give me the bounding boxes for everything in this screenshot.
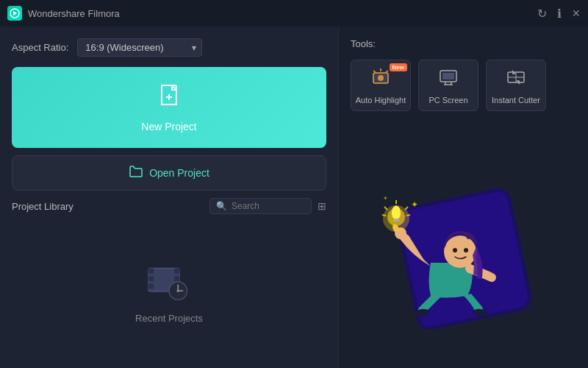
tools-label: Tools: [351, 38, 576, 49]
svg-rect-24 [442, 73, 454, 79]
svg-line-40 [384, 207, 387, 210]
search-icon: 🔍 [216, 201, 227, 211]
search-input[interactable] [232, 201, 305, 211]
svg-line-41 [382, 215, 386, 216]
app-logo [7, 6, 22, 21]
new-badge: New [390, 63, 407, 71]
auto-highlight-icon [370, 67, 391, 92]
svg-point-35 [453, 248, 457, 252]
app-title: Wondershare Filmora [28, 8, 120, 19]
pc-screen-label: PC Screen [429, 96, 467, 105]
title-bar: Wondershare Filmora ↻ ℹ ✕ [0, 0, 588, 26]
svg-text:✦: ✦ [411, 199, 418, 210]
aspect-ratio-row: Aspect Ratio: 16:9 (Widescreen) 4:3 (Sta… [12, 38, 326, 57]
project-library-content: Recent Projects [12, 220, 326, 359]
library-label: Project Library [12, 201, 74, 212]
svg-line-18 [373, 71, 376, 72]
library-header: Project Library 🔍 ⊞ [12, 198, 326, 214]
svg-point-14 [177, 289, 180, 292]
auto-highlight-button[interactable]: New Auto Highlight [351, 60, 411, 111]
svg-line-19 [386, 71, 388, 72]
film-icon-container [143, 255, 195, 307]
folder-icon [129, 165, 143, 182]
update-icon[interactable]: ↻ [537, 7, 547, 21]
svg-text:✦: ✦ [383, 195, 388, 202]
auto-highlight-label: Auto Highlight [356, 96, 406, 105]
tools-grid: New Auto Highlight [351, 60, 576, 111]
svg-rect-6 [148, 276, 154, 281]
search-box: 🔍 [209, 198, 312, 214]
illustration-area: ✦ ✦ [351, 121, 576, 359]
svg-point-34 [444, 236, 476, 268]
new-project-button[interactable]: New Project [12, 67, 326, 148]
svg-rect-9 [174, 276, 179, 281]
svg-point-36 [464, 248, 468, 252]
new-project-label: New Project [141, 121, 196, 132]
new-project-icon [156, 82, 182, 115]
svg-line-43 [406, 215, 410, 216]
grid-view-button[interactable]: ⊞ [318, 200, 326, 212]
aspect-ratio-wrapper: 16:9 (Widescreen) 4:3 (Standard) 1:1 (Sq… [77, 38, 202, 57]
title-left: Wondershare Filmora [7, 6, 120, 21]
svg-point-16 [378, 75, 384, 81]
library-controls: 🔍 ⊞ [209, 198, 326, 214]
svg-rect-5 [148, 269, 154, 274]
recent-projects-label: Recent Projects [135, 313, 203, 324]
open-project-button[interactable]: Open Project [12, 155, 326, 191]
instant-cutter-button[interactable]: Instant Cutter [486, 60, 546, 111]
open-project-label: Open Project [149, 167, 209, 179]
main-content: Aspect Ratio: 16:9 (Widescreen) 4:3 (Sta… [0, 26, 588, 368]
svg-rect-7 [148, 284, 154, 289]
aspect-ratio-label: Aspect Ratio: [12, 42, 68, 53]
pc-screen-button[interactable]: PC Screen [418, 60, 478, 111]
svg-rect-8 [174, 269, 179, 274]
pc-screen-icon [438, 67, 459, 92]
aspect-ratio-select[interactable]: 16:9 (Widescreen) 4:3 (Standard) 1:1 (Sq… [77, 38, 202, 57]
info-icon[interactable]: ℹ [557, 7, 562, 21]
svg-rect-39 [393, 219, 399, 222]
title-controls: ↻ ℹ ✕ [537, 7, 581, 21]
instant-cutter-label: Instant Cutter [492, 96, 540, 105]
project-library-section: Project Library 🔍 ⊞ [12, 198, 326, 359]
close-button[interactable]: ✕ [572, 7, 581, 19]
right-panel: Tools: New Auto Highlight [338, 26, 588, 368]
instant-cutter-icon [506, 67, 526, 92]
left-panel: Aspect Ratio: 16:9 (Widescreen) 4:3 (Sta… [0, 26, 338, 368]
